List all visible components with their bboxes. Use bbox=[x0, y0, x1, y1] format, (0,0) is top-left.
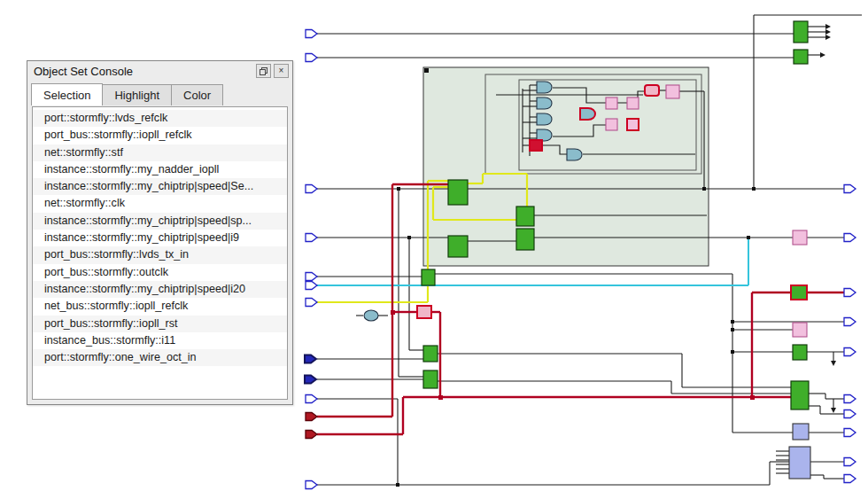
list-item[interactable]: instance::stormfly::my_chiptrip|speed|i9 bbox=[33, 230, 287, 246]
instance-block[interactable] bbox=[423, 370, 438, 388]
instance-block[interactable] bbox=[422, 269, 435, 285]
list-item[interactable]: instance::stormfly::my_chiptrip|speed|i2… bbox=[33, 281, 287, 298]
instance-block[interactable] bbox=[448, 180, 468, 205]
port-symbol bbox=[306, 234, 317, 242]
port-symbol-selected bbox=[306, 431, 317, 439]
list-item[interactable]: instance_bus::stormfly::i11 bbox=[33, 332, 287, 349]
port-symbol bbox=[306, 185, 317, 193]
left-ports[interactable] bbox=[305, 30, 317, 489]
list-item[interactable]: net_bus::stormfly::iopll_refclk bbox=[33, 298, 287, 315]
list-item[interactable]: port_bus::stormfly::iopll_rst bbox=[33, 316, 287, 332]
buffer-gate[interactable] bbox=[364, 310, 378, 321]
port-symbol bbox=[844, 410, 856, 418]
port-symbol bbox=[306, 395, 317, 403]
port-symbol bbox=[844, 318, 856, 326]
instance-block[interactable] bbox=[793, 345, 807, 360]
list-item[interactable]: net::stormfly::stf bbox=[33, 144, 287, 161]
instance-block[interactable] bbox=[794, 50, 808, 64]
list-item[interactable]: port_bus::stormfly::iopll_refclk bbox=[33, 127, 287, 144]
port-symbol bbox=[844, 234, 856, 242]
port-symbol bbox=[844, 395, 856, 403]
list-item[interactable]: port_bus::stormfly::lvds_tx_in bbox=[33, 246, 287, 263]
port-symbol-selected bbox=[306, 413, 317, 421]
list-item[interactable]: net::stormfly::clk bbox=[33, 195, 287, 212]
port-symbol bbox=[844, 458, 856, 466]
junction-dots-red bbox=[391, 310, 755, 400]
window-titlebar[interactable]: Object Set Console × bbox=[27, 61, 292, 81]
instance-blocks-lavender[interactable] bbox=[789, 424, 810, 479]
instance-block[interactable] bbox=[516, 229, 534, 250]
instance-block[interactable] bbox=[516, 207, 534, 226]
window-title: Object Set Console bbox=[34, 65, 253, 78]
port-symbol bbox=[306, 299, 317, 307]
instance-block[interactable] bbox=[794, 21, 808, 43]
port-symbol bbox=[306, 282, 317, 290]
port-symbol bbox=[844, 289, 856, 297]
port-symbol bbox=[306, 273, 317, 281]
tab-color[interactable]: Color bbox=[171, 84, 223, 105]
list-item[interactable]: port::stormfly::one_wire_oct_in bbox=[33, 349, 287, 366]
instance-block[interactable] bbox=[791, 381, 809, 409]
list-item[interactable]: instance::stormfly::my_chiptrip|speed|sp… bbox=[33, 213, 287, 230]
right-ports[interactable] bbox=[844, 185, 856, 483]
port-symbol bbox=[306, 54, 317, 62]
console-tabs: Selection Highlight Color bbox=[27, 81, 292, 105]
instance-block[interactable] bbox=[423, 346, 438, 362]
list-item[interactable]: instance::stormfly::my_nadder_iopll bbox=[33, 161, 287, 178]
object-list[interactable]: port::stormfly::lvds_refclk port_bus::st… bbox=[32, 106, 288, 400]
instance-block[interactable] bbox=[448, 236, 468, 257]
port-bus-symbol bbox=[305, 376, 316, 384]
port-symbol bbox=[844, 185, 856, 193]
port-symbol bbox=[306, 481, 317, 489]
port-symbol bbox=[844, 429, 856, 437]
port-symbol bbox=[844, 475, 856, 483]
port-bus-symbol bbox=[305, 355, 316, 363]
port-symbol bbox=[844, 348, 856, 356]
float-icon[interactable] bbox=[256, 64, 271, 78]
list-item[interactable]: instance::stormfly::my_chiptrip|speed|Se… bbox=[33, 178, 287, 195]
tab-selection[interactable]: Selection bbox=[31, 83, 103, 105]
instance-block[interactable] bbox=[789, 447, 810, 479]
object-set-console-window: Object Set Console × Selection Highlight… bbox=[27, 60, 293, 405]
port-symbol bbox=[306, 30, 317, 38]
tab-highlight[interactable]: Highlight bbox=[102, 84, 172, 105]
instance-block[interactable] bbox=[793, 424, 809, 440]
list-item[interactable]: port_bus::stormfly::outclk bbox=[33, 264, 287, 281]
close-icon[interactable]: × bbox=[274, 64, 289, 78]
list-item[interactable]: port::stormfly::lvds_refclk bbox=[33, 110, 287, 127]
